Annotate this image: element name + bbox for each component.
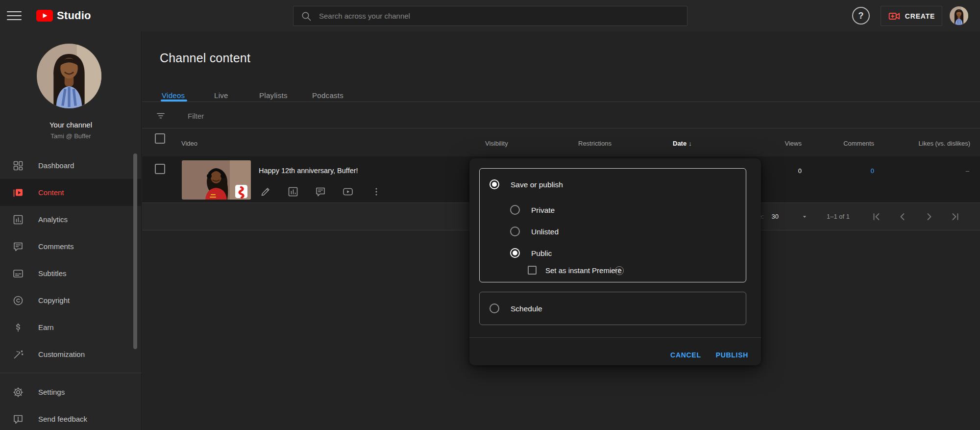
column-header-visibility: Visibility — [485, 140, 508, 147]
sidebar-item-content[interactable]: Content — [0, 179, 142, 206]
copyright-icon — [12, 295, 24, 306]
radio-label-schedule[interactable]: Schedule — [511, 304, 542, 313]
column-header-video: Video — [181, 140, 197, 147]
checkbox-label-instant-premiere[interactable]: Set as instant Premiere — [545, 266, 622, 275]
channel-handle: Tami @ Buffer — [0, 132, 142, 140]
channel-name: Your channel — [0, 121, 142, 129]
settings-icon — [12, 386, 24, 398]
chevron-left-icon[interactable] — [897, 211, 908, 223]
column-header-comments[interactable]: Comments — [808, 140, 874, 147]
sidebar-item-label: Customization — [38, 350, 85, 358]
last-page-icon[interactable] — [950, 211, 961, 223]
radio-label-save-or-publish[interactable]: Save or publish — [511, 180, 563, 189]
subtitles-icon — [12, 268, 24, 279]
dialog-actions: CANCEL PUBLISH — [670, 345, 748, 365]
pagination-range: 1–1 of 1 — [827, 213, 850, 220]
checkbox-instant-premiere[interactable] — [528, 266, 537, 275]
tab-live[interactable]: Live — [214, 91, 228, 100]
row-checkbox[interactable] — [155, 164, 165, 174]
content-icon — [12, 187, 24, 199]
comments-icon — [12, 241, 24, 253]
filter-input[interactable] — [188, 109, 433, 123]
row-comments-link[interactable]: 0 — [825, 167, 874, 175]
visibility-dialog: Save or publish Private Unlisted Public … — [469, 158, 761, 365]
column-header-views[interactable]: Views — [735, 140, 802, 147]
youtube-logo-icon — [36, 10, 53, 22]
sidebar-scrollbar[interactable] — [133, 153, 137, 349]
youtube-studio-logo[interactable]: Studio — [36, 9, 91, 22]
tabs-divider — [142, 101, 980, 102]
sidebar-item-subtitles[interactable]: Subtitles — [0, 260, 142, 287]
filter-divider — [142, 128, 980, 128]
sidebar-item-label: Comments — [38, 242, 74, 251]
analytics-box-icon[interactable] — [287, 186, 299, 198]
select-all-checkbox[interactable] — [155, 133, 165, 144]
earn-icon — [12, 322, 24, 333]
radio-label-public[interactable]: Public — [531, 249, 552, 258]
radio-label-private[interactable]: Private — [531, 206, 555, 215]
feedback-icon — [12, 413, 24, 425]
analytics-icon — [12, 214, 24, 226]
sidebar-item-copyright[interactable]: Copyright — [0, 287, 142, 314]
radio-schedule[interactable] — [490, 304, 499, 313]
sidebar-item-label: Dashboard — [38, 161, 74, 170]
sidebar-footer-nav: Settings Send feedback — [0, 373, 142, 430]
search-input[interactable] — [319, 12, 680, 20]
radio-save-or-publish[interactable] — [490, 179, 499, 189]
video-title-link[interactable]: Happy 12th anniversary, Buffer! — [259, 167, 358, 175]
channel-avatar[interactable] — [37, 44, 101, 108]
page-title: Channel content — [160, 51, 250, 65]
create-label: CREATE — [905, 12, 935, 20]
edit-pencil-icon[interactable] — [260, 186, 271, 198]
dashboard-icon — [12, 160, 24, 172]
radio-label-unlisted[interactable]: Unlisted — [531, 228, 559, 236]
radio-private[interactable] — [510, 205, 520, 215]
chevron-right-icon[interactable] — [923, 211, 935, 223]
help-circle-icon[interactable]: ? — [615, 266, 624, 275]
youtube-studio-app: Studio ? CREATE Your channel Tami @ Buff… — [0, 0, 980, 430]
radio-unlisted[interactable] — [510, 227, 520, 236]
youtube-play-icon[interactable] — [342, 186, 354, 198]
kebab-menu-icon[interactable] — [370, 186, 382, 198]
row-likes-value: – — [920, 167, 969, 175]
create-button[interactable]: CREATE — [881, 6, 942, 26]
sidebar-item-label: Send feedback — [38, 415, 87, 423]
video-thumbnail[interactable] — [182, 160, 251, 200]
sidebar-item-label: Settings — [38, 388, 65, 396]
publish-button[interactable]: PUBLISH — [716, 351, 748, 359]
sidebar-item-earn[interactable]: Earn — [0, 314, 142, 341]
sidebar-nav: Dashboard Content Analytics Comments — [0, 152, 142, 368]
filter-lines-icon[interactable] — [155, 110, 167, 122]
menu-icon[interactable] — [7, 9, 22, 23]
sidebar-item-settings[interactable]: Settings — [0, 379, 142, 405]
rows-per-page-select[interactable]: 30 — [772, 213, 779, 220]
tab-playlists[interactable]: Playlists — [259, 91, 288, 100]
dialog-divider — [469, 337, 761, 338]
sidebar-item-label: Analytics — [38, 215, 68, 224]
search-bar[interactable] — [293, 6, 687, 26]
sidebar-item-label: Subtitles — [38, 269, 67, 278]
sidebar-item-dashboard[interactable]: Dashboard — [0, 152, 142, 179]
help-icon[interactable]: ? — [852, 7, 870, 25]
sidebar-item-label: Content — [38, 188, 64, 197]
sort-down-arrow: ↓ — [688, 140, 692, 147]
comments-bubble-icon[interactable] — [315, 186, 326, 198]
first-page-icon[interactable] — [870, 211, 882, 223]
sidebar-item-customization[interactable]: Customization — [0, 341, 142, 368]
sidebar-item-analytics[interactable]: Analytics — [0, 206, 142, 233]
account-avatar[interactable] — [950, 6, 968, 25]
tab-podcasts[interactable]: Podcasts — [312, 91, 343, 100]
search-icon — [300, 10, 312, 22]
tab-videos[interactable]: Videos — [162, 91, 185, 100]
column-header-likes[interactable]: Likes (vs. dislikes) — [882, 140, 970, 147]
sidebar-item-comments[interactable]: Comments — [0, 233, 142, 260]
column-header-date-sorted[interactable]: Date↓ — [673, 140, 692, 147]
brand-text: Studio — [57, 9, 91, 22]
sidebar-item-label: Copyright — [38, 296, 70, 304]
sidebar-item-label: Earn — [38, 323, 54, 331]
radio-public[interactable] — [510, 248, 520, 258]
sidebar-item-send-feedback[interactable]: Send feedback — [0, 405, 142, 430]
cancel-button[interactable]: CANCEL — [670, 351, 701, 359]
dropdown-caret-icon[interactable] — [801, 213, 808, 220]
topbar: Studio ? CREATE — [0, 0, 980, 31]
